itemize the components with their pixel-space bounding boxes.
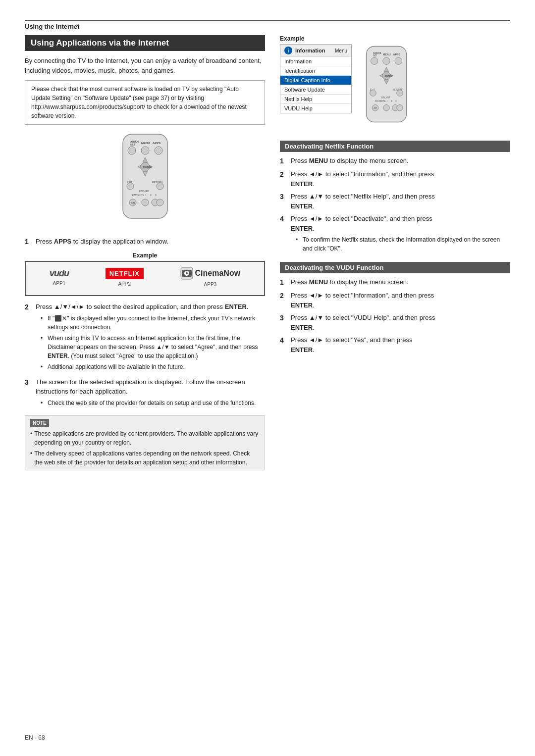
app-window: vudu APP1 NETFLIX APP2 — [25, 261, 265, 296]
deactivate-vudu-title: Deactivating the VUDU Function — [280, 262, 510, 273]
netflix-step-2: 2 Press ◄/► to select "Information", and… — [280, 169, 510, 189]
svg-point-7 — [155, 147, 162, 154]
svg-text:ENTER: ENTER — [384, 75, 392, 78]
vudu-logo: vudu — [50, 268, 69, 279]
vudu-step-1: 1 Press MENU to display the menu screen. — [280, 277, 510, 288]
step-num-3: 3 — [25, 377, 33, 388]
menu-row-information: Information — [280, 56, 351, 66]
netflix-step-3: 3 Press ▲/▼ to select "Netflix Help", an… — [280, 192, 510, 211]
step-3-content: The screen for the selected application … — [36, 377, 265, 409]
app-cinemanow: CinemaNow APP3 — [180, 267, 241, 287]
remote-svg-right: AQUOS NET MENU APPS ENTER EXIT — [357, 44, 416, 133]
step-1-content: Press APPS to display the application wi… — [36, 237, 265, 247]
menu-row-digital-caption: Digital Caption Info. — [280, 75, 351, 85]
svg-point-48 — [370, 90, 376, 97]
remote-illustration-left: AQUOS NET MENU APPS — [25, 132, 265, 231]
note-box: NOTE • These applications are provided b… — [25, 415, 265, 470]
netflix-step-num-4: 4 — [280, 214, 288, 224]
netflix-step-1-content: Press MENU to display the menu screen. — [291, 156, 409, 166]
netflix-step-1: 1 Press MENU to display the menu screen. — [280, 156, 510, 166]
bullet-2-1: If "⬛✕" is displayed after you connect t… — [41, 314, 265, 332]
app2-label: APP2 — [106, 281, 144, 287]
app-netflix: NETFLIX APP2 — [106, 268, 144, 287]
netflix-step-num-1: 1 — [280, 156, 288, 166]
vudu-step-4: 4 Press ◄/► to select "Yes", and then pr… — [280, 335, 510, 354]
netflix-step-num-3: 3 — [280, 192, 288, 202]
vudu-step-2: 2 Press ◄/► to select "Information", and… — [280, 291, 510, 310]
svg-point-59 — [397, 104, 403, 111]
svg-text:MENU: MENU — [141, 142, 150, 145]
step-3-bullets: Check the web site of the provider for d… — [36, 399, 265, 407]
app-vudu: vudu APP1 — [50, 268, 69, 286]
enter-bold-2: ENTER — [225, 303, 247, 310]
cinemanow-logo: CinemaNow — [180, 267, 241, 280]
menu-header: i Information Menu — [280, 45, 351, 56]
step-num-2: 2 — [25, 302, 33, 312]
page-section-header: Using the Internet — [25, 23, 510, 30]
cinemanow-text: CinemaNow — [195, 269, 241, 278]
step-2: 2 Press ▲/▼/◄/► to select the desired ap… — [25, 302, 265, 373]
svg-point-39 — [395, 57, 402, 64]
svg-text:NET: NET — [130, 143, 135, 146]
step-1-suffix: to display the application window. — [71, 238, 168, 245]
enter-bullet-bold: ENTER — [48, 353, 68, 359]
notice-box: Please check that the most current softw… — [25, 80, 265, 125]
svg-text:FAVORITE: FAVORITE — [375, 100, 386, 102]
netflix-step-num-2: 2 — [280, 169, 288, 180]
app-window-inner: vudu APP1 NETFLIX APP2 — [34, 267, 256, 287]
remote-svg-left: AQUOS NET MENU APPS — [113, 132, 177, 231]
vudu-step-1-content: Press MENU to display the menu screen. — [291, 277, 409, 287]
vudu-step-3: 3 Press ▲/▼ to select "VUDU Help", and t… — [280, 313, 510, 332]
step-2-prefix: Press ▲/▼/◄/► to select the desired appl… — [36, 303, 225, 310]
svg-text:CH: CH — [131, 202, 135, 204]
note-2: • The delivery speed of applications var… — [30, 449, 260, 467]
step-num-1: 1 — [25, 237, 33, 247]
step-3: 3 The screen for the selected applicatio… — [25, 377, 265, 409]
step-2-bullets: If "⬛✕" is displayed after you connect t… — [36, 314, 265, 371]
notes-list: • These applications are provided by con… — [30, 429, 260, 467]
step-2-content: Press ▲/▼/◄/► to select the desired appl… — [36, 302, 265, 373]
svg-text:2: 2 — [150, 194, 152, 197]
remote-illustration-right: AQUOS NET MENU APPS ENTER EXIT — [357, 44, 416, 135]
example-label-right: Example — [280, 35, 510, 42]
vudu-step-num-4: 4 — [280, 335, 288, 346]
intro-text: By connecting the TV to the Internet, yo… — [25, 56, 265, 75]
menu-row-vudu-help: VUDU Help — [280, 103, 351, 113]
cinemanow-icon — [180, 267, 193, 280]
svg-point-27 — [157, 199, 163, 206]
netflix-bullet-1: To confirm the Netflix status, check the… — [296, 235, 510, 253]
svg-point-25 — [142, 199, 149, 206]
app1-label: APP1 — [50, 281, 69, 286]
svg-text:MENU: MENU — [383, 53, 391, 56]
vudu-step-2-content: Press ◄/► to select "Information", and t… — [291, 291, 434, 310]
page: Using the Internet Using Applications vi… — [0, 0, 535, 756]
svg-text:APPS: APPS — [153, 142, 160, 145]
menu-row-netflix-help: Netflix Help — [280, 94, 351, 103]
menu-row-identification: Identification — [280, 66, 351, 75]
svg-point-49 — [397, 90, 403, 97]
svg-point-38 — [383, 57, 390, 64]
svg-text:3: 3 — [155, 194, 157, 197]
deactivate-netflix-steps: 1 Press MENU to display the menu screen.… — [280, 156, 510, 255]
netflix-step-4-content: Press ◄/► to select "Deactivate", and th… — [291, 214, 510, 255]
deactivate-netflix-title: Deactivating Netflix Function — [280, 141, 510, 152]
svg-point-5 — [128, 147, 136, 154]
netflix-step-2-content: Press ◄/► to select "Information", and t… — [291, 169, 434, 189]
bullet-3-1: Check the web site of the provider for d… — [41, 399, 265, 407]
svg-text:FAV APP: FAV APP — [381, 97, 390, 99]
page-footer: EN - 68 — [25, 734, 45, 741]
example-label-apps: Example — [25, 252, 265, 259]
svg-point-6 — [141, 147, 149, 154]
page-number-prefix: EN - — [25, 734, 38, 741]
menu-box: i Information Menu Information Identific… — [280, 44, 352, 113]
svg-text:1: 1 — [145, 194, 147, 197]
vudu-step-4-content: Press ◄/► to select "Yes", and then pres… — [291, 335, 413, 354]
vudu-step-num-3: 3 — [280, 313, 288, 323]
svg-text:FAVORITE: FAVORITE — [132, 194, 145, 197]
svg-point-17 — [157, 183, 163, 190]
svg-text:AQUOS: AQUOS — [373, 52, 381, 54]
deactivate-vudu-steps: 1 Press MENU to display the menu screen.… — [280, 277, 510, 354]
left-column: Using Applications via the Internet By c… — [25, 35, 265, 470]
svg-text:ENTER: ENTER — [143, 166, 152, 169]
menu-example: i Information Menu Information Identific… — [280, 44, 510, 135]
